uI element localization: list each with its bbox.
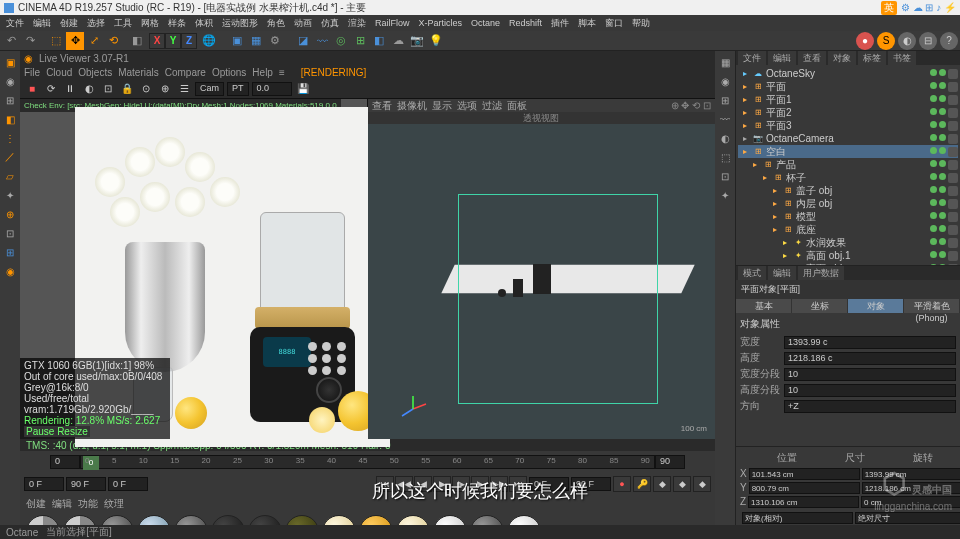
tree-row[interactable]: ▸✦高面 obj.1 <box>738 249 958 262</box>
menu-character[interactable]: 角色 <box>263 16 289 31</box>
visibility-dot[interactable] <box>930 95 937 102</box>
menu-edit[interactable]: 编辑 <box>29 16 55 31</box>
lv-region-button[interactable]: ⊡ <box>100 81 116 97</box>
tree-expand-icon[interactable]: ▸ <box>770 212 780 222</box>
poly-mode-button[interactable]: ▱ <box>1 167 19 185</box>
tree-row[interactable]: ▸⊞内层 obj <box>738 197 958 210</box>
tree-row[interactable]: ▸⊞空白 <box>738 145 958 158</box>
perspective-viewport[interactable]: 查看 摄像机 显示 选项 过滤 面板 ⊕ ✥ ⟲ ⊡ 透视视图 100 cm <box>368 99 716 439</box>
visibility-dot[interactable] <box>930 251 937 258</box>
tree-expand-icon[interactable]: ▸ <box>770 199 780 209</box>
lv-save-button[interactable]: 💾 <box>295 81 311 97</box>
frame-current-field[interactable] <box>108 477 148 491</box>
menu-help[interactable]: 帮助 <box>628 16 654 31</box>
object-tag[interactable] <box>948 173 958 183</box>
lv-menu-file[interactable]: File <box>24 67 40 78</box>
redo-button[interactable]: ↷ <box>21 32 39 50</box>
object-tag[interactable] <box>948 160 958 170</box>
render-dot[interactable] <box>939 160 946 167</box>
visibility-dot[interactable] <box>930 69 937 76</box>
visibility-dot[interactable] <box>930 82 937 89</box>
object-tag[interactable] <box>948 199 958 209</box>
render-dot[interactable] <box>939 186 946 193</box>
render-dot[interactable] <box>939 147 946 154</box>
mat-tab-func[interactable]: 功能 <box>78 497 98 511</box>
object-tree[interactable]: ▸☁OctaneSky▸⊞平面▸⊞平面1▸⊞平面2▸⊞平面3▸📷OctaneCa… <box>736 65 960 265</box>
rt-5[interactable]: ◐ <box>716 129 734 147</box>
tree-row[interactable]: ▸⊞杯子 <box>738 171 958 184</box>
timeline-end-field[interactable]: 90 <box>655 455 685 469</box>
render-dot[interactable] <box>939 251 946 258</box>
om-tab-tags[interactable]: 标签 <box>858 51 886 66</box>
menu-spline[interactable]: 样条 <box>164 16 190 31</box>
object-name[interactable]: 平面 <box>766 80 786 94</box>
om-tab-bookmarks[interactable]: 书签 <box>888 51 916 66</box>
tree-expand-icon[interactable]: ▸ <box>760 173 770 183</box>
attr-input[interactable] <box>784 384 956 397</box>
menu-railflow[interactable]: RailFlow <box>371 17 414 29</box>
keyframe-rot-button[interactable]: ◆ <box>673 476 691 492</box>
attr-tab-coord[interactable]: 坐标 <box>792 299 848 313</box>
object-tag[interactable] <box>948 121 958 131</box>
vp-menu-filter[interactable]: 过滤 <box>482 99 502 113</box>
scale-tool[interactable]: ⤢ <box>85 32 103 50</box>
autokey-button[interactable]: 🔑 <box>633 476 651 492</box>
workplane-button[interactable]: ◧ <box>1 110 19 128</box>
tree-row[interactable]: ▸⊞模型 <box>738 210 958 223</box>
object-name[interactable]: 平面2 <box>766 106 792 120</box>
object-name[interactable]: 平面1 <box>766 93 792 107</box>
octane-render-viewport[interactable]: Check Env: [src: MeshGen: Hide] U:(data[… <box>20 99 368 439</box>
tree-expand-icon[interactable]: ▸ <box>740 82 750 92</box>
tree-expand-icon[interactable]: ▸ <box>740 121 750 131</box>
object-tag[interactable] <box>948 134 958 144</box>
object-tag[interactable] <box>948 147 958 157</box>
tree-row[interactable]: ▸⊞平面2 <box>738 106 958 119</box>
menu-animate[interactable]: 动画 <box>290 16 316 31</box>
lv-menu-materials[interactable]: Materials <box>118 67 159 78</box>
move-tool[interactable]: ✥ <box>66 32 84 50</box>
visibility-dot[interactable] <box>930 225 937 232</box>
object-tag[interactable] <box>948 238 958 248</box>
menu-redshift[interactable]: Redshift <box>505 17 546 29</box>
rt-1[interactable]: ▦ <box>716 53 734 71</box>
axis-y-toggle[interactable]: Y <box>165 33 181 49</box>
viewport-scene[interactable]: 100 cm <box>368 124 716 439</box>
menu-file[interactable]: 文件 <box>2 16 28 31</box>
visibility-dot[interactable] <box>930 134 937 141</box>
menu-xparticles[interactable]: X-Particles <box>415 17 467 29</box>
undo-button[interactable]: ↶ <box>2 32 20 50</box>
object-name[interactable]: 高面 obj.1 <box>806 249 850 263</box>
texture-mode-button[interactable]: ⊞ <box>1 91 19 109</box>
axis-mode-button[interactable]: ✦ <box>1 186 19 204</box>
octane-help-button[interactable]: ? <box>940 32 958 50</box>
coord-system[interactable]: 🌐 <box>200 32 218 50</box>
render-dot[interactable] <box>939 108 946 115</box>
object-name[interactable]: 盖子 obj <box>796 184 832 198</box>
object-name[interactable]: 模型 <box>796 210 816 224</box>
tree-expand-icon[interactable]: ▸ <box>770 225 780 235</box>
object-tag[interactable] <box>948 225 958 235</box>
menu-select[interactable]: 选择 <box>83 16 109 31</box>
camera-frustum[interactable] <box>458 194 658 404</box>
attr-tab-phong[interactable]: 平滑着色(Phong) <box>904 299 960 313</box>
coord-pos-input[interactable] <box>749 468 860 480</box>
tree-expand-icon[interactable]: ▸ <box>740 147 750 157</box>
model-mode-button[interactable]: ◉ <box>1 72 19 90</box>
attr-input[interactable] <box>784 400 956 413</box>
frame-start-field[interactable] <box>24 477 64 491</box>
coord-pos-input[interactable] <box>748 496 859 508</box>
tree-row[interactable]: ▸✦水润效果 <box>738 236 958 249</box>
lv-menu-help[interactable]: Help <box>252 67 273 78</box>
object-tag[interactable] <box>948 251 958 261</box>
visibility-dot[interactable] <box>930 212 937 219</box>
render-dot[interactable] <box>939 69 946 76</box>
object-tag[interactable] <box>948 69 958 79</box>
snap-button[interactable]: ⊡ <box>1 224 19 242</box>
octane-settings-button[interactable]: S <box>877 32 895 50</box>
rotate-tool[interactable]: ⟲ <box>104 32 122 50</box>
render-dot[interactable] <box>939 225 946 232</box>
object-name[interactable]: 水润效果 <box>806 236 846 250</box>
coord-mode-right[interactable] <box>855 512 960 524</box>
object-tag[interactable] <box>948 108 958 118</box>
deformer-tool[interactable]: ◧ <box>370 32 388 50</box>
